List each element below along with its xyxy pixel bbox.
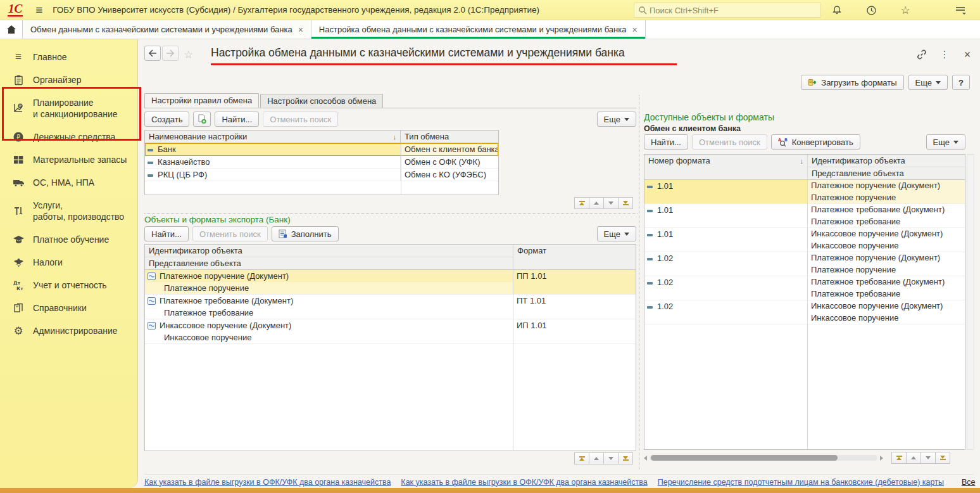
- convert-button[interactable]: AB Конвертировать: [771, 134, 860, 150]
- table-row[interactable]: 1.01 Платежное требование (Документ) Пла…: [644, 204, 965, 228]
- col-header-object-view[interactable]: Представление объекта: [807, 167, 965, 180]
- close-form-icon[interactable]: ×: [961, 48, 974, 61]
- go-first-button[interactable]: [891, 452, 907, 464]
- sidebar-item-inventory[interactable]: Материальные запасы: [0, 148, 137, 171]
- sidebar-item-services[interactable]: Услуги, работы, производство: [0, 194, 137, 228]
- tab-close-icon[interactable]: ×: [298, 25, 303, 35]
- sidebar-item-administration[interactable]: ⚙ Администрирование: [0, 319, 137, 342]
- global-search[interactable]: [634, 3, 821, 18]
- get-link-icon[interactable]: [915, 48, 928, 61]
- help-button[interactable]: ?: [952, 75, 970, 90]
- search-icon: [638, 6, 647, 15]
- planning-chart-icon: ₽: [11, 101, 25, 115]
- search-input[interactable]: [650, 6, 817, 15]
- available-cancel-search-button[interactable]: Отменить поиск: [692, 134, 767, 150]
- col-header-object-id[interactable]: Идентификатор объекта: [807, 155, 965, 167]
- rules-cancel-search-button[interactable]: Отменить поиск: [263, 112, 338, 127]
- col-header-object-id[interactable]: Идентификатор объекта: [145, 245, 513, 257]
- table-row[interactable]: Банк Обмен с клиентом банка: [145, 143, 498, 156]
- rules-more-button[interactable]: Еще: [597, 112, 636, 127]
- export-cancel-search-button[interactable]: Отменить поиск: [192, 226, 268, 241]
- more-actions-icon[interactable]: ⋮: [938, 48, 951, 61]
- go-down-button[interactable]: [603, 197, 619, 209]
- go-first-button[interactable]: [574, 197, 589, 209]
- row-marker-icon: [647, 186, 653, 188]
- sidebar-item-organizer[interactable]: Органайзер: [0, 68, 137, 91]
- page-more-button[interactable]: Еще: [908, 75, 948, 90]
- export-find-button[interactable]: Найти...: [144, 226, 189, 241]
- horizontal-scrollbar[interactable]: [650, 455, 877, 461]
- available-section-title: Доступные объекты и форматы: [644, 112, 774, 122]
- tab-close-icon[interactable]: ×: [632, 25, 637, 35]
- available-more-button[interactable]: Еще: [926, 134, 965, 150]
- sidebar-item-main[interactable]: ≡ Главное: [0, 46, 137, 68]
- tab-exchange-methods[interactable]: Настройки способов обмена: [260, 94, 383, 108]
- go-last-button[interactable]: [935, 452, 950, 464]
- table-row[interactable]: 1.02 Платежное требование (Документ) Пла…: [644, 276, 965, 300]
- create-copy-button[interactable]: [193, 112, 211, 127]
- scroll-left-icon[interactable]: [644, 456, 647, 461]
- vertical-scrollbar[interactable]: [967, 154, 974, 450]
- history-icon[interactable]: [864, 3, 879, 17]
- table-row[interactable]: Платежное поручение (Документ) ПП 1.01 П…: [145, 270, 636, 295]
- footer-all-link[interactable]: Все: [962, 478, 976, 487]
- export-more-button[interactable]: Еще: [597, 226, 636, 241]
- col-header-type[interactable]: Тип обмена: [401, 131, 498, 143]
- sidebar-item-taxes[interactable]: Налоги: [0, 251, 137, 274]
- window-tab-exchange[interactable]: Обмен данными с казначейскими системами …: [23, 20, 311, 39]
- go-up-button[interactable]: [906, 452, 921, 464]
- home-button[interactable]: [0, 20, 23, 39]
- table-row[interactable]: Инкассовое поручение (Документ) ИП 1.01 …: [145, 319, 636, 344]
- go-down-button[interactable]: [920, 452, 936, 464]
- export-table-nav: [575, 452, 633, 464]
- col-header-format[interactable]: Формат: [513, 245, 636, 270]
- fill-button[interactable]: Заполнить: [272, 226, 339, 241]
- go-first-button[interactable]: [574, 452, 589, 464]
- sidebar-item-catalogs[interactable]: Справочники: [0, 297, 137, 319]
- sidebar-item-accounting[interactable]: ДтКт Учет и отчетность: [0, 274, 137, 297]
- notifications-bell-icon[interactable]: [829, 3, 845, 17]
- go-up-button[interactable]: [589, 452, 604, 464]
- go-up-button[interactable]: [589, 197, 604, 209]
- document-icon: [148, 322, 156, 330]
- service-menu-icon[interactable]: [953, 3, 968, 17]
- create-button[interactable]: Создать: [144, 112, 189, 127]
- rules-find-button[interactable]: Найти...: [215, 112, 259, 127]
- add-to-favorites-icon[interactable]: ☆: [184, 48, 193, 61]
- go-last-button[interactable]: [618, 197, 633, 209]
- tab-exchange-rules[interactable]: Настройки правил обмена: [144, 93, 259, 108]
- panel-splitter-horizontal[interactable]: [144, 213, 638, 214]
- table-row[interactable]: 1.02 Инкассовое поручение (Документ) Инк…: [644, 300, 965, 324]
- load-formats-button[interactable]: Загрузить форматы: [801, 75, 903, 90]
- col-header-object-view[interactable]: Представление объекта: [145, 257, 513, 270]
- forward-button[interactable]: [162, 46, 179, 61]
- favorites-star-icon[interactable]: ☆: [898, 3, 913, 17]
- sidebar-item-assets[interactable]: ОС, НМА, НПА: [0, 171, 137, 194]
- col-header-name[interactable]: Наименование настройки ↓: [145, 131, 401, 143]
- scrollbar-thumb[interactable]: [651, 455, 838, 461]
- go-down-button[interactable]: [603, 452, 619, 464]
- footer-link[interactable]: Как указать в файле выгрузки в ОФК/УФК д…: [144, 478, 391, 487]
- sidebar-item-planning[interactable]: ₽ Планирование и санкционирование: [0, 91, 137, 125]
- app-title: ГОБУ ВПО Университет искусств (Субсидия)…: [53, 5, 539, 15]
- table-row[interactable]: 1.01 Инкассовое поручение (Документ) Инк…: [644, 228, 965, 252]
- scroll-right-icon[interactable]: [880, 456, 883, 461]
- go-last-button[interactable]: [618, 452, 633, 464]
- sort-desc-icon: ↓: [393, 131, 397, 143]
- table-row[interactable]: Платежное требование (Документ) ПТ 1.01 …: [145, 295, 636, 319]
- col-header-format-number[interactable]: Номер формата ↓: [644, 155, 807, 180]
- table-row[interactable]: Казначейство Обмен с ОФК (УФК): [145, 156, 498, 169]
- window-tab-settings[interactable]: Настройка обмена данными с казначейскими…: [311, 20, 646, 39]
- table-row[interactable]: 1.02 Платежное поручение (Документ) Плат…: [644, 252, 965, 276]
- available-find-button[interactable]: Найти...: [644, 134, 688, 150]
- footer-link[interactable]: Как указать в файле выгрузки в ОФК/УФК д…: [401, 478, 647, 487]
- sidebar-item-money[interactable]: ₽ Денежные средства: [0, 125, 137, 148]
- footer-link[interactable]: Перечисление средств подотчетным лицам н…: [658, 478, 944, 487]
- table-row[interactable]: 1.01 Платежное поручение (Документ) Плат…: [644, 180, 965, 204]
- main-menu-icon[interactable]: ≡: [35, 4, 42, 16]
- svg-text:Кт: Кт: [16, 286, 23, 291]
- panel-splitter-vertical[interactable]: [639, 95, 639, 470]
- sidebar-item-education[interactable]: Платное обучение: [0, 228, 137, 251]
- table-row[interactable]: РКЦ (ЦБ РФ) Обмен с КО (УФЭБС): [145, 169, 498, 181]
- back-button[interactable]: [144, 46, 161, 61]
